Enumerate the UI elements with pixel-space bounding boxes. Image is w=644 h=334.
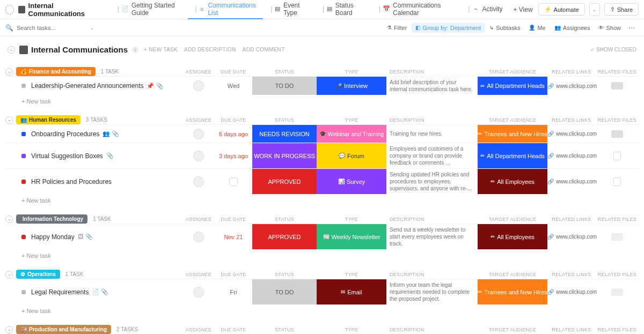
- task-name-cell[interactable]: HR Policies and Procedures: [5, 169, 182, 194]
- col-assignee[interactable]: ASSIGNEE: [182, 217, 215, 222]
- automate-button[interactable]: ⚡Automate: [538, 3, 585, 16]
- file-thumb[interactable]: [611, 82, 623, 90]
- col-links[interactable]: RELATED LINKS: [547, 327, 596, 332]
- type-cell[interactable]: 📊Survey: [317, 169, 386, 194]
- files-cell[interactable]: [596, 279, 639, 305]
- col-desc[interactable]: DESCRIPTION: [386, 327, 478, 332]
- avatar-placeholder-icon[interactable]: [193, 151, 204, 161]
- add-view-button[interactable]: + View: [508, 6, 538, 13]
- group-label[interactable]: 💰Finance and Accounting: [16, 67, 96, 76]
- col-desc[interactable]: DESCRIPTION: [386, 69, 478, 75]
- task-name-cell[interactable]: Virtual Suggestion Boxes 📎: [5, 143, 182, 168]
- col-desc[interactable]: DESCRIPTION: [386, 217, 478, 222]
- task-row[interactable]: Virtual Suggestion Boxes 📎 3 days ago WO…: [5, 143, 639, 168]
- type-cell[interactable]: 💬Forum: [317, 143, 386, 168]
- col-files[interactable]: RELATED FILES: [596, 69, 639, 75]
- audience-cell[interactable]: ✏Trainees and New Hires: [478, 279, 547, 305]
- col-files[interactable]: RELATED FILES: [596, 117, 639, 123]
- tab-communications-calendar[interactable]: |📅Communications Calendar: [371, 0, 460, 19]
- status-cell[interactable]: TO DO: [252, 77, 317, 95]
- col-assignee[interactable]: ASSIGNEE: [182, 272, 215, 277]
- link-cell[interactable]: 🔗www.clickup.com: [547, 143, 596, 168]
- assignee-cell[interactable]: [182, 125, 215, 143]
- show-button[interactable]: 👁Show: [594, 25, 625, 31]
- desc-cell[interactable]: Employees and customers of a company or …: [386, 143, 478, 168]
- workspace-name[interactable]: Internal Communications: [28, 2, 103, 18]
- task-name-cell[interactable]: Legal Requirements 📄 📎: [5, 279, 182, 305]
- desc-cell[interactable]: Inform your team the legal requirements …: [386, 279, 478, 305]
- due-cell[interactable]: Nov 21: [215, 224, 252, 249]
- file-doc-icon[interactable]: [613, 177, 621, 186]
- task-row[interactable]: Happy Monday 🖼 📎 Nov 21 APPROVED 📰Weekly…: [5, 224, 639, 249]
- show-closed-toggle[interactable]: ✓ SHOW CLOSED: [590, 47, 636, 53]
- search-dropdown[interactable]: ⌄: [90, 25, 94, 31]
- task-row[interactable]: HR Policies and Procedures APPROVED 📊Sur…: [5, 168, 639, 194]
- due-cell[interactable]: Wed: [215, 77, 252, 95]
- audience-cell[interactable]: ✏All Department Heads: [478, 143, 547, 168]
- desc-cell[interactable]: Send out a weekly newsletter to start ev…: [386, 224, 478, 249]
- more-options[interactable]: ⋯: [625, 24, 639, 32]
- tab-getting-started-guide[interactable]: |📄Getting Started Guide: [110, 0, 188, 19]
- tab-status-board[interactable]: |▤Status Board: [315, 0, 371, 19]
- assignee-cell[interactable]: [182, 224, 215, 249]
- file-thumb[interactable]: [611, 233, 623, 241]
- collapse-all[interactable]: ⌄: [8, 46, 15, 54]
- task-row[interactable]: Onboarding Procedures 👥 📎 6 days ago NEE…: [5, 124, 639, 143]
- date-placeholder-icon[interactable]: [229, 177, 238, 186]
- col-due[interactable]: DUE DATE: [215, 327, 252, 332]
- col-links[interactable]: RELATED LINKS: [547, 217, 596, 222]
- add-comment-button[interactable]: ADD COMMENT: [243, 47, 285, 53]
- task-extras[interactable]: 📄 📎: [92, 288, 108, 295]
- group-collapse[interactable]: ⌄: [5, 216, 13, 223]
- tab-activity[interactable]: |~Activity: [460, 0, 508, 19]
- files-cell[interactable]: [596, 143, 639, 168]
- link-cell[interactable]: 🔗www.clickup.com: [547, 169, 596, 194]
- col-type[interactable]: TYPE: [317, 117, 386, 123]
- col-type[interactable]: TYPE: [317, 327, 386, 332]
- col-audience[interactable]: TARGET AUDIENCE: [478, 217, 547, 222]
- avatar-placeholder-icon[interactable]: [193, 80, 204, 91]
- task-row[interactable]: Leadership-Generated Announcements 📌 📎 W…: [5, 76, 639, 95]
- due-cell[interactable]: [215, 169, 252, 194]
- status-cell[interactable]: NEEDS REVISION: [252, 125, 317, 143]
- me-button[interactable]: 👤Me: [524, 25, 550, 31]
- status-cell[interactable]: APPROVED: [252, 224, 317, 249]
- audience-cell[interactable]: ✏All Employees: [478, 169, 547, 194]
- group-label[interactable]: 👥Human Resources: [16, 115, 80, 124]
- file-thumb[interactable]: [611, 288, 623, 296]
- new-task-button[interactable]: + New task: [5, 95, 639, 108]
- file-doc-icon[interactable]: [613, 152, 621, 160]
- task-extras[interactable]: 📌 📎: [147, 83, 163, 90]
- subtasks-button[interactable]: ↳Subtasks: [485, 25, 524, 31]
- col-links[interactable]: RELATED LINKS: [547, 117, 596, 123]
- col-desc[interactable]: DESCRIPTION: [386, 272, 478, 277]
- task-extras[interactable]: 👥 📎: [103, 130, 119, 137]
- due-cell[interactable]: 6 days ago: [215, 125, 252, 143]
- desc-cell[interactable]: Add brief description of your internal c…: [386, 77, 478, 95]
- status-cell[interactable]: TO DO: [252, 279, 317, 305]
- file-thumb[interactable]: [611, 130, 623, 138]
- col-files[interactable]: RELATED FILES: [596, 272, 639, 277]
- task-name-cell[interactable]: Happy Monday 🖼 📎: [5, 224, 182, 249]
- new-task-button[interactable]: + NEW TASK: [144, 47, 178, 53]
- files-cell[interactable]: [596, 125, 639, 143]
- col-files[interactable]: RELATED FILES: [596, 327, 639, 332]
- type-cell[interactable]: 📰Weekly Newsletter: [317, 224, 386, 249]
- workspace-icon[interactable]: [5, 5, 14, 14]
- col-due[interactable]: DUE DATE: [215, 217, 252, 222]
- due-cell[interactable]: 3 days ago: [215, 143, 252, 168]
- new-task-button[interactable]: + New task: [5, 249, 639, 262]
- col-desc[interactable]: DESCRIPTION: [386, 117, 478, 123]
- group-label[interactable]: ⚙Operations: [16, 270, 60, 279]
- link-cell[interactable]: 🔗www.clickup.com: [547, 224, 596, 249]
- avatar-placeholder-icon[interactable]: [193, 129, 204, 139]
- assignee-cell[interactable]: [182, 279, 215, 305]
- files-cell[interactable]: [596, 224, 639, 249]
- col-due[interactable]: DUE DATE: [215, 272, 252, 277]
- type-cell[interactable]: ✉Email: [317, 279, 386, 305]
- avatar-placeholder-icon[interactable]: [193, 232, 204, 242]
- due-cell[interactable]: Fri: [215, 279, 252, 305]
- add-description-button[interactable]: ADD DESCRIPTION: [184, 47, 236, 53]
- group-collapse[interactable]: ⌄: [5, 116, 13, 124]
- filter-button[interactable]: ⚗Filter: [383, 25, 411, 31]
